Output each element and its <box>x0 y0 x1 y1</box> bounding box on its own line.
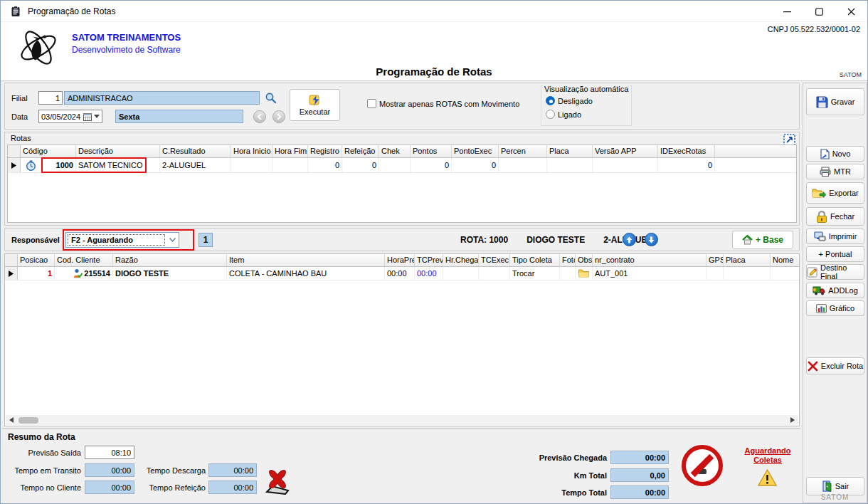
grafico-button[interactable]: Gráfico <box>806 300 864 316</box>
item-cell[interactable]: COLETA - CAMINHAO BAU <box>227 267 385 280</box>
radio-desligado[interactable]: Desligado <box>546 96 593 105</box>
imprimir-button[interactable]: Imprimir <box>806 229 864 244</box>
rota-registro-cell[interactable]: 0 <box>308 158 342 172</box>
scrollbar-thumb[interactable] <box>18 417 38 424</box>
nr-contrato-cell[interactable]: AUT_001 <box>593 267 706 280</box>
col-item[interactable]: Item <box>227 254 385 266</box>
col-cresultado[interactable]: C.Resultado <box>160 145 231 157</box>
radio-ligado[interactable]: Ligado <box>546 110 581 119</box>
close-button[interactable] <box>835 1 867 22</box>
empty-cell <box>560 267 576 280</box>
rotas-movimento-checkbox[interactable]: Mostrar apenas ROTAS com Movimento <box>367 99 519 108</box>
arrow-down-icon <box>648 236 655 243</box>
col-placa2[interactable]: Placa <box>724 254 771 266</box>
filial-number-input[interactable]: 1 <box>38 91 63 105</box>
col-posicao[interactable]: Posicao <box>18 254 55 266</box>
col-cod-cliente[interactable]: Cod. Cliente <box>55 254 113 266</box>
col-gps[interactable]: GPS <box>706 254 724 266</box>
col-percen[interactable]: Percen <box>499 145 547 157</box>
executar-label: Executar <box>300 107 330 116</box>
fechar-button[interactable]: Fechar <box>806 207 864 226</box>
col-obs[interactable]: Obs <box>576 254 593 266</box>
next-day-button[interactable] <box>272 110 285 123</box>
posicao-cell[interactable]: 1 <box>18 267 55 280</box>
rota-idexec-cell[interactable]: 0 <box>658 158 715 172</box>
rota-refeicao-cell[interactable]: 0 <box>342 158 379 172</box>
coleta-row[interactable]: 1 215514 DIOGO TESTE COLETA - CAMINHAO B… <box>5 267 799 280</box>
col-idexecrotas[interactable]: IDExecRotas <box>658 145 715 157</box>
rotas-row[interactable]: 1000 SATOM TECNICO 2-ALUGUEL 0 0 0 0 0 <box>8 158 796 173</box>
col-nome[interactable]: Nome <box>771 254 799 266</box>
arrow-up-icon <box>626 236 633 243</box>
col-tcexec[interactable]: TCExec. <box>479 254 510 266</box>
col-codigo[interactable]: Código <box>21 145 76 157</box>
radio-desligado-label: Desligado <box>558 97 593 105</box>
responsavel-label: Responsável <box>11 236 60 244</box>
obs-cell[interactable] <box>576 267 593 280</box>
col-chek[interactable]: Chek <box>379 145 411 157</box>
stopwatch-icon <box>26 160 36 171</box>
tipo-coleta-cell[interactable]: Trocar <box>510 267 560 280</box>
horaprev-cell[interactable]: 00:00 <box>385 267 415 280</box>
scroll-right-arrow[interactable] <box>787 417 798 423</box>
col-tcprev[interactable]: TCPrev <box>415 254 443 266</box>
maximize-button[interactable] <box>803 1 835 22</box>
rota-cresultado-cell[interactable]: 2-ALUGUEL <box>160 158 231 172</box>
col-pontos[interactable]: Pontos <box>411 145 452 157</box>
pontual-button[interactable]: + Pontual <box>806 246 864 262</box>
col-hora-inicio[interactable]: Hora Inicio <box>231 145 272 157</box>
grafico-label: Gráfico <box>830 304 854 313</box>
executar-button[interactable]: Executar <box>290 89 340 121</box>
col-versao-app[interactable]: Versão APP <box>593 145 658 157</box>
col-tipo-coleta[interactable]: Tipo Coleta <box>510 254 560 266</box>
rota-pontos-cell[interactable]: 0 <box>411 158 452 172</box>
move-down-button[interactable] <box>645 233 658 246</box>
excluir-rota-button[interactable]: Excluir Rota <box>806 357 864 374</box>
col-placa[interactable]: Placa <box>547 145 593 157</box>
cod-cliente-cell[interactable]: 215514 <box>55 267 113 280</box>
minimize-button[interactable] <box>771 1 803 22</box>
coletas-grid[interactable]: Posicao Cod. Cliente Razão Item HoraPrev… <box>4 253 800 426</box>
col-descricao[interactable]: Descrição <box>76 145 160 157</box>
floppy-disk-icon <box>816 96 828 108</box>
printer-icon <box>820 167 831 177</box>
tempo-descarga-field: 00:00 <box>208 463 257 477</box>
filial-name-field[interactable]: ADMINISTRACAO <box>64 91 260 105</box>
rotas-grid[interactable]: Código Descrição C.Resultado Hora Inicio… <box>7 145 797 223</box>
destino-final-button[interactable]: Destino Final <box>806 264 864 280</box>
col-refeicao[interactable]: Refeição <box>342 145 379 157</box>
search-button[interactable] <box>262 90 279 105</box>
checkbox-box <box>367 99 376 108</box>
scroll-left-arrow[interactable] <box>6 417 17 423</box>
gravar-button[interactable]: Gravar <box>806 88 864 115</box>
novo-button[interactable]: Novo <box>806 146 864 162</box>
addlog-label: ADDLog <box>828 286 858 295</box>
tempo-cliente-field: 00:00 <box>85 481 134 494</box>
tcprev-cell[interactable]: 00:00 <box>415 267 443 280</box>
col-nr-contrato[interactable]: nr_contrato <box>593 254 706 266</box>
radio-unselected-icon <box>546 110 555 119</box>
prev-day-button[interactable] <box>253 110 266 123</box>
rota-codigo-cell[interactable]: 1000 <box>42 158 76 172</box>
col-hora-fim[interactable]: Hora Fim <box>272 145 308 157</box>
razao-cell[interactable]: DIOGO TESTE <box>113 267 227 280</box>
rota-pontoexec-cell[interactable]: 0 <box>452 158 499 172</box>
responsavel-combo[interactable]: F2 - Aguardando <box>65 232 179 248</box>
date-input[interactable]: 03/05/2024 <box>38 110 102 123</box>
previsao-saida-field[interactable]: 08:10 <box>85 446 134 459</box>
mtr-label: MTR <box>834 167 851 176</box>
rota-descricao-cell[interactable]: SATOM TECNICO <box>76 158 160 172</box>
col-razao[interactable]: Razão <box>113 254 227 266</box>
mtr-button[interactable]: MTR <box>806 164 864 179</box>
addlog-button[interactable]: ADDLog <box>806 283 864 298</box>
tempo-total-label: Tempo Total <box>500 488 607 497</box>
move-up-button[interactable] <box>623 233 636 246</box>
horizontal-scrollbar[interactable] <box>6 415 798 425</box>
col-foto[interactable]: Foto <box>560 254 576 266</box>
col-hrchegad[interactable]: Hr.Chegad <box>443 254 479 266</box>
col-horaprev[interactable]: HoraPrev <box>385 254 415 266</box>
col-pontoexec[interactable]: PontoExec <box>452 145 499 157</box>
add-base-button[interactable]: + Base <box>732 231 793 249</box>
col-registro[interactable]: Registro <box>308 145 342 157</box>
exportar-button[interactable]: Exportar <box>806 182 864 204</box>
